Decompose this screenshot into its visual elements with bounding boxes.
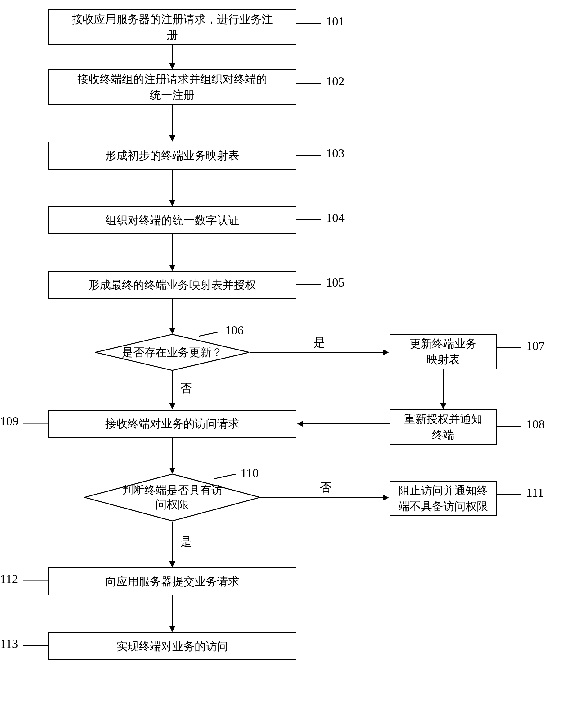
arrow-109-110 (168, 438, 180, 474)
arrow-102-103 (168, 105, 180, 142)
connector-104-label (296, 215, 327, 225)
svg-line-16 (199, 332, 220, 336)
edge-106-no: 否 (180, 380, 192, 396)
step-107: 更新终端业务映射表 (390, 334, 497, 369)
arrow-104-105 (168, 234, 180, 271)
label-105: 105 (326, 275, 345, 290)
step-111-text: 阻止访问并通知终端不具备访问权限 (399, 483, 488, 514)
label-106: 106 (225, 323, 244, 337)
connector-110-label (214, 474, 242, 484)
connector-102-label (296, 79, 327, 88)
arrow-108-109 (296, 419, 390, 428)
label-107: 107 (526, 338, 545, 353)
step-104-text: 组织对终端的统一数字认证 (105, 213, 239, 228)
decision-106-text: 是否存在业务更新？ (122, 345, 222, 360)
svg-marker-2 (169, 63, 175, 69)
arrow-106-109 (168, 371, 180, 410)
connector-103-label (296, 151, 327, 160)
svg-marker-29 (169, 468, 175, 474)
step-105: 形成最终的终端业务映射表并授权 (48, 271, 296, 299)
svg-marker-36 (169, 561, 175, 568)
label-103: 103 (326, 146, 345, 160)
connector-113-label (23, 641, 48, 650)
svg-marker-11 (169, 265, 175, 271)
svg-marker-5 (169, 135, 175, 141)
step-112-text: 向应用服务器提交业务请求 (105, 574, 239, 589)
connector-107-label (497, 343, 528, 353)
svg-marker-21 (169, 403, 175, 409)
connector-112-label (23, 576, 48, 586)
step-103-text: 形成初步的终端业务映射表 (105, 148, 239, 163)
svg-line-31 (214, 474, 236, 479)
connector-109-label (23, 418, 48, 428)
svg-marker-23 (440, 403, 446, 409)
step-102: 接收终端组的注册请求并组织对终端的统一注册 (48, 69, 296, 105)
arrow-107-108 (439, 369, 451, 410)
arrow-101-102 (168, 45, 180, 70)
label-111: 111 (526, 485, 544, 500)
edge-110-yes: 是 (180, 534, 192, 550)
label-113: 113 (0, 636, 18, 651)
step-112: 向应用服务器提交业务请求 (48, 568, 296, 595)
decision-106: 是否存在业务更新？ (95, 334, 250, 371)
step-108: 重新授权并通知终端 (390, 409, 497, 445)
step-105-text: 形成最终的终端业务映射表并授权 (88, 277, 256, 293)
svg-marker-8 (169, 200, 175, 206)
arrow-105-106 (168, 299, 180, 335)
arrow-112-113 (168, 595, 180, 633)
label-102: 102 (326, 74, 345, 88)
step-113: 实现终端对业务的访问 (48, 632, 296, 660)
step-103: 形成初步的终端业务映射表 (48, 141, 296, 170)
svg-marker-33 (383, 495, 389, 501)
svg-marker-14 (169, 328, 175, 334)
edge-106-yes: 是 (314, 335, 325, 350)
connector-108-label (497, 422, 528, 431)
step-101-text: 接收应用服务器的注册请求，进行业务注册 (72, 11, 273, 43)
step-111: 阻止访问并通知终端不具备访问权限 (390, 480, 497, 516)
step-104: 组织对终端的统一数字认证 (48, 206, 296, 234)
step-113-text: 实现终端对业务的访问 (116, 639, 228, 654)
step-102-text: 接收终端组的注册请求并组织对终端的统一注册 (77, 71, 267, 103)
connector-101-label (296, 19, 327, 28)
connector-111-label (497, 490, 528, 499)
step-108-text: 重新授权并通知终端 (404, 411, 482, 443)
step-109: 接收终端对业务的访问请求 (48, 410, 296, 438)
edge-110-no: 否 (320, 479, 332, 495)
label-112: 112 (0, 572, 18, 586)
label-104: 104 (326, 210, 345, 225)
connector-105-label (296, 280, 327, 289)
label-110: 110 (241, 466, 259, 480)
step-109-text: 接收终端对业务的访问请求 (105, 416, 239, 432)
svg-marker-27 (297, 421, 303, 427)
svg-marker-39 (169, 626, 175, 632)
arrow-103-104 (168, 170, 180, 207)
label-109: 109 (0, 414, 19, 428)
svg-marker-18 (383, 349, 389, 356)
step-101: 接收应用服务器的注册请求，进行业务注册 (48, 9, 296, 45)
arrow-110-112 (168, 522, 180, 568)
label-101: 101 (326, 14, 345, 29)
connector-106-label (199, 332, 227, 341)
decision-110-text: 判断终端是否具有访问权限 (116, 483, 228, 512)
label-108: 108 (526, 417, 545, 432)
step-107-text: 更新终端业务映射表 (410, 336, 477, 367)
